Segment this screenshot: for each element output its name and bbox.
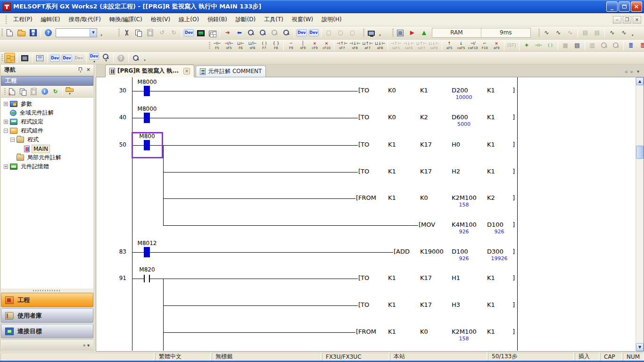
device-test-button[interactable]: [207, 28, 218, 38]
help-button[interactable]: [43, 28, 54, 38]
copy-data-button[interactable]: [18, 87, 28, 96]
rising-pulse-branch-button[interactable]: ⊔↑⊢aF7: [362, 41, 373, 51]
instruction-operand[interactable]: K4M100: [451, 221, 477, 228]
instruction-operand[interactable]: K0: [388, 87, 396, 94]
menu-convert-compile[interactable]: 轉換/編譯(C): [105, 14, 147, 25]
scroll-thumb[interactable]: [636, 146, 644, 159]
device-display-button[interactable]: Dev▾: [89, 53, 99, 63]
nav-item-pou[interactable]: −程式組件: [1, 126, 93, 135]
instruction-operand[interactable]: K1: [420, 87, 429, 94]
instruction-operand[interactable]: K1: [388, 328, 396, 335]
expand-icon[interactable]: +: [4, 165, 8, 169]
new-data-button[interactable]: [7, 87, 17, 96]
device-display-dropdown-icon[interactable]: ▾: [93, 60, 95, 64]
menu-online[interactable]: 線上(O): [174, 14, 203, 25]
nav-item-program-setting[interactable]: +程式設定: [1, 117, 93, 126]
nav-button-project[interactable]: 工程: [1, 293, 93, 307]
instruction-operand[interactable]: H2: [451, 168, 461, 175]
open-contact-button[interactable]: ⊣⊢F5: [212, 41, 223, 51]
tab-ladder-monitor[interactable]: [PRG]R 監視寫入 執...×: [105, 65, 194, 77]
operation-result-inversion-button[interactable]: ⊣/caF10: [468, 41, 479, 51]
menu-view[interactable]: 檢視(V): [147, 14, 175, 25]
tab-scroll-right-button[interactable]: ▹: [631, 69, 633, 74]
module-configuration-button[interactable]: [19, 53, 30, 63]
collapse-icon[interactable]: −: [4, 129, 8, 133]
end-line-button[interactable]: ⌐F10: [479, 41, 490, 51]
read-from-plc-button[interactable]: ⬅: [234, 28, 245, 38]
instruction-operand[interactable]: K1: [487, 87, 495, 94]
instruction-op[interactable]: [TO: [358, 301, 370, 308]
menu-window[interactable]: 視窗(W): [288, 14, 317, 25]
device-comment-list-button[interactable]: Dev: [61, 53, 72, 63]
instruction-op[interactable]: [TO: [358, 114, 370, 121]
sampling-trace-fall-button[interactable]: ∿: [553, 28, 564, 38]
device-display-mode-button[interactable]: ≣: [626, 41, 636, 51]
data-property-button[interactable]: [40, 87, 50, 96]
expand-icon[interactable]: +: [4, 102, 8, 106]
device-test-edit-button[interactable]: ≣: [637, 41, 644, 51]
tab-close-button[interactable]: ×: [183, 68, 190, 74]
sampling-screen-button[interactable]: [195, 28, 206, 38]
monitor-write-mode-button[interactable]: [281, 28, 292, 38]
expand-icon[interactable]: +: [4, 120, 8, 124]
selection-cursor[interactable]: [132, 132, 163, 158]
closed-contact-button[interactable]: ⊣/⊢sF5: [223, 41, 234, 51]
closed-branch-button[interactable]: ⊔/⊢sF6: [247, 41, 258, 51]
scroll-down-button[interactable]: ▼: [636, 343, 644, 351]
panel-splitter[interactable]: [0, 288, 94, 293]
simulation-stop-button[interactable]: ▲: [419, 28, 429, 38]
device-register-monitor-button[interactable]: Dev: [308, 28, 319, 38]
instruction-operand[interactable]: K17: [420, 168, 432, 175]
menu-edit[interactable]: 編輯(E): [37, 14, 65, 25]
menu-diagnostics[interactable]: 診斷(D): [231, 14, 260, 25]
scroll-up-button[interactable]: ▲: [636, 77, 644, 85]
minimize-button[interactable]: _: [606, 1, 618, 12]
restore-button[interactable]: [619, 1, 630, 12]
sort-filter-button[interactable]: ▾: [65, 87, 74, 96]
instruction-operand[interactable]: K2: [420, 114, 429, 121]
menu-debug[interactable]: 偵錯(B): [203, 14, 231, 25]
horizontal-line-button[interactable]: ─F9: [286, 41, 297, 51]
cut-button[interactable]: [121, 28, 132, 38]
vertical-line-button[interactable]: │sF9: [297, 41, 308, 51]
menu-find-replace[interactable]: 搜尋/取代(F): [65, 14, 105, 25]
toolbar-overflow-button[interactable]: ▾: [99, 28, 104, 38]
device-search-button[interactable]: ▾: [100, 53, 111, 63]
instruction-operand[interactable]: K1: [388, 301, 396, 308]
contact-on[interactable]: [144, 86, 150, 96]
instruction-operand[interactable]: H3: [451, 301, 461, 308]
invert-operation-button[interactable]: ↑aF5: [444, 41, 455, 51]
trace-register-button[interactable]: ∿: [607, 28, 618, 38]
nav-item-device-memory[interactable]: +元件記憶體: [1, 162, 93, 171]
nav-item-local-comment[interactable]: 局部元件註解: [1, 153, 93, 162]
instruction-operand[interactable]: K0: [420, 194, 429, 201]
save-project-button[interactable]: [28, 28, 39, 38]
contact-bar[interactable]: [144, 275, 145, 282]
sampling-trace-rise-button[interactable]: ∿: [541, 28, 552, 38]
menu-help[interactable]: 說明(H): [317, 14, 346, 25]
tab-scroll-left-button[interactable]: ◃: [625, 69, 627, 74]
toolbar-overflow-button[interactable]: ▾: [142, 53, 148, 63]
find-button[interactable]: [131, 53, 141, 63]
edit-coil-button[interactable]: ( ): [545, 41, 556, 51]
device-comment-search-button[interactable]: Dev: [183, 28, 194, 38]
instruction-operand[interactable]: K17: [420, 141, 432, 148]
navigation-footer[interactable]: » ▾: [1, 339, 93, 351]
edit-contact-button[interactable]: ⊣⊢: [533, 41, 544, 51]
instruction-operand[interactable]: K1: [388, 141, 396, 148]
delete-horizontal-line-button[interactable]: ×cF9: [309, 41, 320, 51]
instruction-operand[interactable]: D200: [451, 87, 469, 94]
monitor-start-button[interactable]: [246, 28, 256, 38]
instruction-op[interactable]: [ADD: [393, 248, 410, 255]
combo-dropdown-icon[interactable]: ▼: [90, 29, 97, 37]
pin-button[interactable]: [77, 66, 84, 73]
instruction-operand[interactable]: K19000: [420, 248, 444, 255]
inline-st-edit-button[interactable]: ✚: [521, 41, 532, 51]
device-search-dropdown-icon[interactable]: ▾: [105, 59, 107, 63]
delete-edge-button[interactable]: ×aF9: [491, 41, 502, 51]
instruction-operand[interactable]: K1: [487, 168, 495, 175]
trace-display-button[interactable]: ∿: [619, 28, 629, 38]
tab-device-comment[interactable]: 元件註解 COMMENT: [196, 66, 266, 77]
collapse-icon[interactable]: −: [10, 138, 15, 142]
convert-operation-button[interactable]: ↓caF5: [456, 41, 467, 51]
